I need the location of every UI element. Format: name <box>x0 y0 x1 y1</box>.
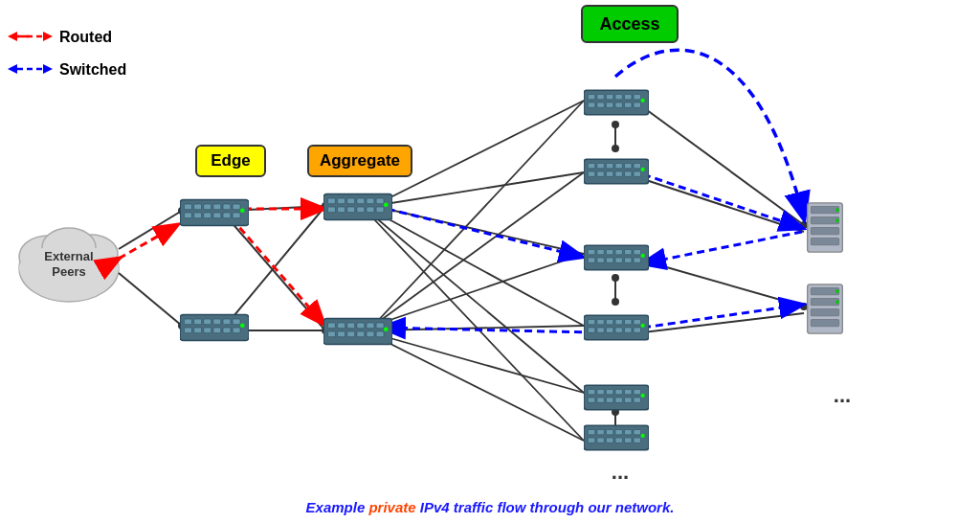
edge-switch-bottom <box>180 315 249 341</box>
access-switch-5 <box>584 385 649 410</box>
svg-point-62 <box>612 274 619 282</box>
legend-routed-label: Routed <box>59 29 112 45</box>
edge-switch-top <box>180 200 249 226</box>
access-switch-3 <box>584 245 649 270</box>
dots-1: ... <box>612 460 629 484</box>
aggregate-label: Aggregate <box>320 151 400 170</box>
external-peers-cloud: External Peers <box>19 228 119 302</box>
aggregate-switch-top <box>323 194 392 220</box>
svg-point-71 <box>800 303 808 310</box>
svg-text:Peers: Peers <box>52 264 85 279</box>
svg-point-60 <box>612 145 619 152</box>
access-switch-1 <box>584 90 649 115</box>
dots-2: ... <box>834 383 851 407</box>
edge-label: Edge <box>211 151 251 170</box>
access-label: Access <box>599 14 659 34</box>
access-switch-4 <box>584 315 649 340</box>
svg-rect-0 <box>0 0 980 523</box>
server-2 <box>808 284 843 333</box>
legend-switched-label: Switched <box>59 61 126 78</box>
caption: Example private IPv4 traffic flow throug… <box>306 499 675 515</box>
access-switch-2 <box>584 159 649 184</box>
server-1 <box>808 203 843 252</box>
svg-point-63 <box>612 298 619 306</box>
aggregate-switch-bottom <box>323 319 392 345</box>
svg-point-59 <box>612 121 619 128</box>
svg-text:External: External <box>44 249 93 263</box>
access-switch-6 <box>584 425 649 450</box>
